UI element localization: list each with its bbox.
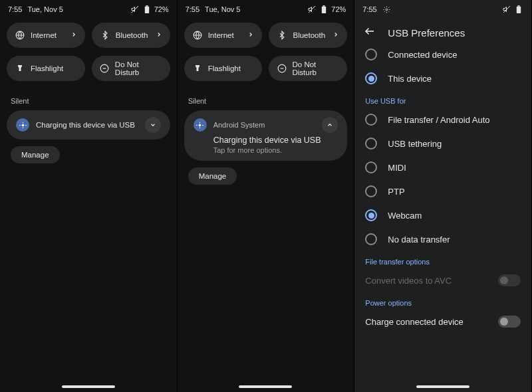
svg-rect-17	[517, 5, 519, 7]
back-button[interactable]	[364, 25, 376, 40]
android-system-icon	[16, 118, 29, 132]
flashlight-icon	[192, 63, 203, 74]
switch-convert-videos	[498, 274, 521, 286]
qs-dnd[interactable]: Do Not Disturb	[269, 56, 347, 81]
radio-label: Connected device	[388, 50, 457, 60]
setting-label: Convert videos to AVC	[365, 276, 452, 286]
qs-bluetooth[interactable]: Bluetooth	[92, 23, 170, 48]
radio-connected-device[interactable]: Connected device	[354, 47, 531, 66]
radio-label: Webcam	[388, 211, 422, 221]
radio-no-data-transfer[interactable]: No data transfer	[354, 227, 531, 251]
globe-icon	[15, 30, 25, 41]
radio-icon	[365, 233, 377, 245]
battery-icon	[319, 5, 329, 14]
dnd-icon	[100, 63, 110, 74]
charge-connected-device-option[interactable]: Charge connected device	[354, 310, 531, 334]
notification-title: Charging this device via USB	[213, 136, 338, 145]
svg-rect-9	[323, 5, 325, 7]
nav-pill[interactable]	[62, 385, 115, 388]
svg-rect-8	[322, 6, 326, 13]
status-bar: 7:55 Tue, Nov 5 72%	[178, 0, 354, 19]
manage-button[interactable]: Manage	[188, 167, 237, 185]
manage-button[interactable]: Manage	[11, 146, 60, 163]
radio-this-device[interactable]: This device	[354, 66, 531, 90]
dnd-icon	[277, 63, 287, 74]
flashlight-icon	[15, 63, 25, 74]
qs-flashlight-label: Flashlight	[208, 64, 241, 72]
nav-pill[interactable]	[239, 385, 292, 388]
usb-notification-collapsed[interactable]: Charging this device via USB	[7, 110, 170, 140]
status-date: Tue, Nov 5	[27, 5, 63, 13]
qs-bluetooth[interactable]: Bluetooth	[269, 23, 347, 48]
qs-row-1: Internet Bluetooth	[178, 19, 354, 52]
status-bar: 7:55 Tue, Nov 5 72%	[0, 0, 177, 19]
android-system-icon	[194, 118, 207, 132]
radio-ptp[interactable]: PTP	[354, 179, 531, 203]
usb-notification-expanded[interactable]: Android System Charging this device via …	[184, 110, 348, 161]
switch-charge-connected-device[interactable]	[498, 316, 521, 328]
nav-pill[interactable]	[416, 385, 469, 388]
qs-row-2: Flashlight Do Not Disturb	[178, 52, 354, 85]
status-time: 7:55	[8, 5, 22, 13]
qs-flashlight[interactable]: Flashlight	[184, 56, 263, 81]
setting-label: Charge connected device	[365, 317, 463, 327]
collapse-button[interactable]	[322, 117, 338, 133]
battery-icon	[142, 5, 152, 14]
mute-icon	[307, 5, 317, 14]
mute-icon	[502, 5, 511, 14]
radio-label: PTP	[388, 187, 404, 197]
radio-file-transfer[interactable]: File transfer / Android Auto	[354, 108, 531, 132]
pane-notifications-expanded: 7:55 Tue, Nov 5 72% Internet	[178, 0, 355, 392]
qs-internet-label: Internet	[208, 31, 234, 39]
radio-label: This device	[388, 74, 432, 84]
subheader-power-options: Power options	[354, 292, 531, 310]
qs-internet-label: Internet	[31, 31, 57, 39]
section-silent: Silent	[178, 85, 354, 110]
svg-rect-1	[144, 6, 148, 13]
radio-icon	[365, 114, 377, 126]
status-time: 7:55	[362, 5, 376, 13]
page-title: USB Preferences	[388, 27, 465, 39]
radio-label: MIDI	[388, 163, 406, 173]
qs-dnd-label: Do Not Disturb	[115, 60, 162, 76]
battery-icon	[514, 5, 523, 14]
radio-usb-tethering[interactable]: USB tethering	[354, 132, 531, 155]
settings-status-icon	[382, 5, 392, 14]
notification-app: Android System	[213, 121, 265, 129]
status-date: Tue, Nov 5	[205, 5, 240, 13]
chevron-right-icon	[70, 31, 77, 39]
settings-body[interactable]: Connected device This device Use USB for…	[354, 47, 531, 392]
status-battery: 72%	[154, 5, 169, 13]
notification-title: Charging this device via USB	[36, 121, 135, 129]
radio-icon	[365, 138, 377, 149]
radio-label: File transfer / Android Auto	[388, 115, 489, 125]
chevron-right-icon	[156, 31, 162, 39]
expand-button[interactable]	[145, 117, 161, 133]
subheader-file-transfer-options: File transfer options	[354, 251, 531, 268]
qs-internet[interactable]: Internet	[184, 23, 263, 48]
section-silent: Silent	[0, 85, 177, 110]
chevron-right-icon	[332, 31, 339, 39]
status-time: 7:55	[186, 5, 200, 13]
svg-point-13	[199, 124, 201, 126]
qs-internet[interactable]: Internet	[7, 23, 85, 48]
svg-point-14	[386, 9, 388, 11]
svg-rect-16	[517, 6, 521, 13]
qs-flashlight[interactable]: Flashlight	[7, 56, 85, 81]
svg-rect-2	[146, 5, 148, 7]
radio-icon	[365, 72, 377, 84]
radio-icon	[365, 185, 377, 197]
radio-webcam[interactable]: Webcam	[354, 203, 531, 227]
radio-label: USB tethering	[388, 139, 442, 149]
status-bar: 7:55	[354, 0, 531, 19]
radio-midi[interactable]: MIDI	[354, 155, 531, 179]
qs-flashlight-label: Flashlight	[31, 64, 63, 72]
pane-usb-preferences: 7:55 USB Preferences Connected device	[354, 0, 532, 392]
qs-dnd[interactable]: Do Not Disturb	[92, 56, 170, 81]
convert-videos-option: Convert videos to AVC	[354, 268, 531, 292]
svg-point-6	[21, 124, 24, 126]
pane-notifications-collapsed: 7:55 Tue, Nov 5 72% Internet	[0, 0, 178, 392]
qs-bluetooth-label: Bluetooth	[293, 31, 325, 39]
qs-dnd-label: Do Not Disturb	[293, 60, 340, 76]
status-battery: 72%	[331, 5, 346, 13]
